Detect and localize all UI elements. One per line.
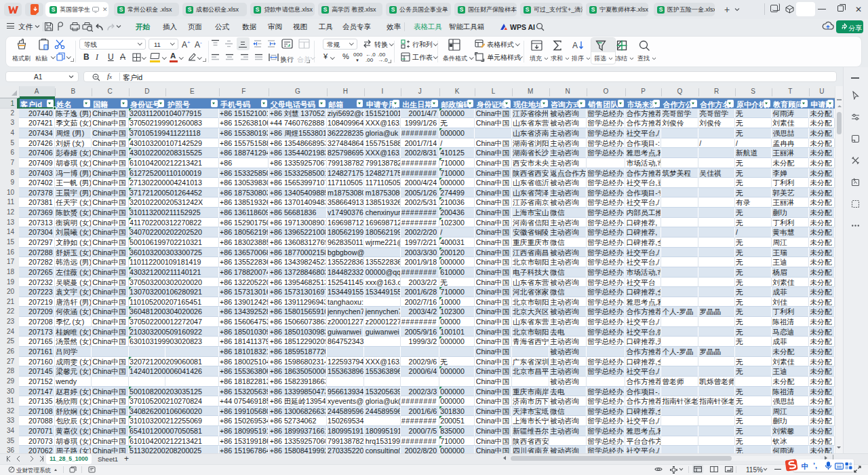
svg-text:A: A — [572, 41, 578, 50]
